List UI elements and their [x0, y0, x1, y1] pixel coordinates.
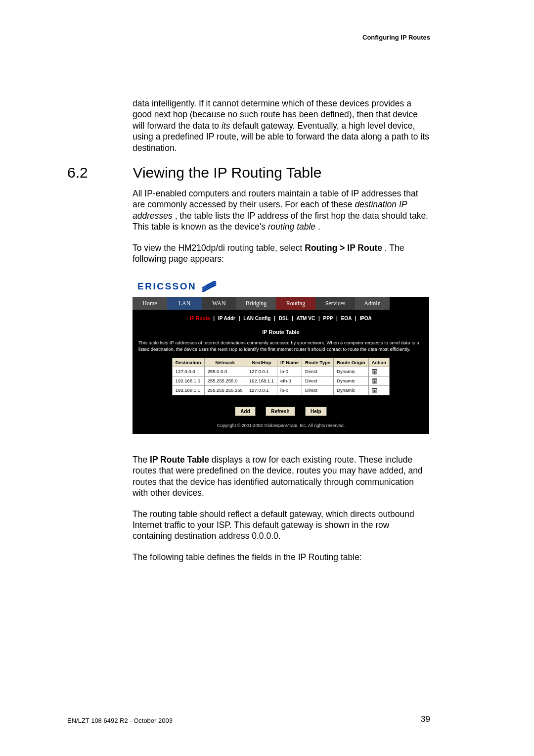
- sub-nav: IP Route | IP Addr | LAN Config | DSL | …: [133, 310, 429, 322]
- footer-page-number: 39: [421, 714, 430, 724]
- th-routetype: Route Type: [302, 358, 334, 367]
- intro-text-its: its: [222, 121, 230, 131]
- cell-action[interactable]: [368, 385, 390, 395]
- help-button[interactable]: Help: [305, 407, 327, 416]
- cell-netmask: 255.255.255.0: [204, 376, 246, 385]
- nav-routing[interactable]: Routing: [276, 297, 315, 310]
- p2e: .: [318, 222, 320, 232]
- nav-home[interactable]: Home: [133, 297, 167, 310]
- table-header-row: Destination Netmask NextHop IF Name Rout…: [172, 358, 389, 367]
- svg-rect-22: [372, 388, 377, 389]
- intro-paragraph: data intelligently. If it cannot determi…: [133, 98, 429, 153]
- cell-routeorigin: Dynamic: [334, 367, 369, 376]
- cell-destination: 192.168.1.0: [172, 376, 204, 385]
- para-5: The following table defines the fields i…: [133, 552, 429, 563]
- after-shot-body: The IP Route Table displays a row for ea…: [133, 454, 429, 572]
- cell-routetype: Direct: [302, 367, 334, 376]
- subnav-item[interactable]: DSL: [279, 316, 289, 321]
- router-admin-screenshot: ERICSSON Home LAN WAN Bridging Routing S…: [133, 277, 429, 434]
- cell-ifname: eth-0: [277, 376, 302, 385]
- para-2: To view the HM210dp/di routing table, se…: [133, 242, 429, 265]
- subnav-item[interactable]: IP Addr: [218, 316, 235, 321]
- section-body: All IP-enabled computers and routers mai…: [133, 188, 429, 274]
- th-ifname: IF Name: [277, 358, 302, 367]
- cell-routeorigin: Dynamic: [334, 385, 369, 395]
- cell-routetype: Direct: [302, 376, 334, 385]
- button-row: Add Refresh Help: [133, 399, 429, 418]
- table-row: 192.168.1.0 255.255.255.0 192.168.1.1 et…: [172, 376, 389, 385]
- th-netmask: Netmask: [204, 358, 246, 367]
- brand-logo-icon: [202, 281, 217, 292]
- page: Configuring IP Routes data intelligently…: [0, 0, 534, 756]
- route-table-desc: This table lists IP addresses of Interne…: [138, 340, 423, 353]
- trash-icon[interactable]: [372, 387, 387, 393]
- cell-destination: 127.0.0.0: [172, 367, 204, 376]
- p3b: Routing > IP Route: [305, 243, 382, 253]
- svg-rect-12: [372, 369, 377, 370]
- cell-routeorigin: Dynamic: [334, 376, 369, 385]
- th-destination: Destination: [172, 358, 204, 367]
- cell-routetype: Direct: [302, 385, 334, 395]
- nav-bridging[interactable]: Bridging: [236, 297, 276, 310]
- trash-icon[interactable]: [372, 378, 387, 384]
- subnav-active[interactable]: IP Route: [190, 316, 210, 321]
- copyright: Copyright © 2001-2002 GlobespanVirata, I…: [133, 418, 429, 434]
- nav-wan[interactable]: WAN: [202, 297, 236, 310]
- p2d: routing table: [268, 222, 315, 232]
- cell-netmask: 255.0.0.0: [204, 367, 246, 376]
- running-head: Configuring IP Routes: [362, 34, 430, 41]
- route-table-title: IP Route Table: [138, 329, 423, 335]
- table-row: 192.168.1.1 255.255.255.255 127.0.0.1 lo…: [172, 385, 389, 395]
- para-1: All IP-enabled computers and routers mai…: [133, 188, 429, 233]
- nav-admin[interactable]: Admin: [355, 297, 390, 310]
- nav-services[interactable]: Services: [315, 297, 355, 310]
- add-button[interactable]: Add: [235, 407, 255, 416]
- subnav-item[interactable]: LAN Config: [243, 316, 270, 321]
- cell-ifname: lo-0: [277, 385, 302, 395]
- top-nav: Home LAN WAN Bridging Routing Services A…: [133, 297, 429, 310]
- th-nexthop: NextHop: [246, 358, 277, 367]
- heading-title: Viewing the IP Routing Table: [133, 164, 321, 181]
- route-table-panel: IP Route Table This table lists IP addre…: [133, 322, 429, 399]
- p4a: The: [133, 455, 150, 465]
- brand-bar: ERICSSON: [133, 277, 429, 295]
- nav-lan[interactable]: LAN: [167, 297, 202, 310]
- cell-ifname: lo-0: [277, 367, 302, 376]
- cell-nexthop: 192.168.1.1: [246, 376, 277, 385]
- cell-destination: 192.168.1.1: [172, 385, 204, 395]
- ip-route-table: Destination Netmask NextHop IF Name Rout…: [172, 358, 390, 395]
- trash-icon[interactable]: [372, 369, 387, 375]
- cell-action[interactable]: [368, 376, 390, 385]
- heading-number: 6.2: [67, 164, 131, 181]
- cell-netmask: 255.255.255.255: [204, 385, 246, 395]
- brand-name: ERICSSON: [137, 281, 196, 292]
- refresh-button[interactable]: Refresh: [266, 407, 295, 416]
- p4b: IP Route Table: [150, 455, 209, 465]
- th-action: Action: [368, 358, 390, 367]
- subnav-item[interactable]: IPOA: [359, 316, 371, 321]
- subnav-item[interactable]: PPP: [323, 316, 333, 321]
- table-row: 127.0.0.0 255.0.0.0 127.0.0.1 lo-0 Direc…: [172, 367, 389, 376]
- cell-action[interactable]: [368, 367, 390, 376]
- para-4: The routing table should reflect a defau…: [133, 509, 429, 542]
- p3a: To view the HM210dp/di routing table, se…: [133, 243, 305, 253]
- footer-left: EN/LZT 108 6492 R2 - October 2003: [67, 717, 173, 724]
- subnav-item[interactable]: EOA: [341, 316, 352, 321]
- th-routeorigin: Route Origin: [334, 358, 369, 367]
- cell-nexthop: 127.0.0.1: [246, 385, 277, 395]
- section-heading: 6.2 Viewing the IP Routing Table: [67, 164, 433, 181]
- svg-rect-17: [372, 378, 377, 379]
- subnav-item[interactable]: ATM VC: [297, 316, 315, 321]
- cell-nexthop: 127.0.0.1: [246, 367, 277, 376]
- para-3: The IP Route Table displays a row for ea…: [133, 454, 429, 499]
